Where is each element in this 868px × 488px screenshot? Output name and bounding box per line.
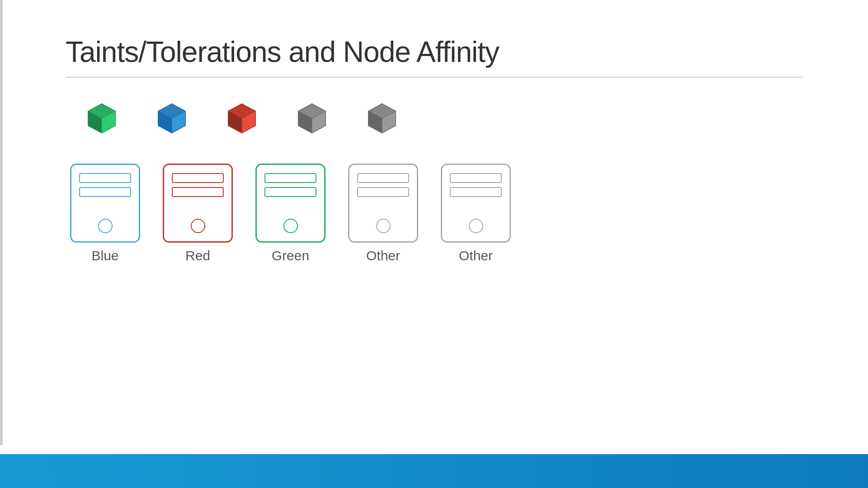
server-icon-green <box>255 164 326 243</box>
slide-title: Taints/Tolerations and Node Affinity <box>66 36 802 68</box>
bottom-bar <box>0 454 868 488</box>
node-label-green: Green <box>272 248 309 263</box>
node-label-other-1: Other <box>366 248 400 263</box>
green-cube-icon <box>84 100 120 136</box>
server-slot-2 <box>450 187 502 197</box>
node-blue: Blue <box>70 164 140 263</box>
node-label-red: Red <box>185 248 210 263</box>
node-label-other-2: Other <box>459 248 493 263</box>
server-circle <box>376 219 391 233</box>
server-slot-1 <box>357 173 409 183</box>
server-circle <box>469 219 483 233</box>
server-icon-blue <box>70 164 140 243</box>
nodes-row: Blue Red Green <box>0 136 868 263</box>
server-slot-2 <box>357 187 409 197</box>
server-slot-1 <box>172 173 224 183</box>
server-slot-2 <box>79 187 131 197</box>
server-slot-2 <box>264 187 316 197</box>
server-icon-gray-2 <box>441 164 511 243</box>
server-slot-2 <box>172 187 224 197</box>
node-other-1: Other <box>348 164 418 263</box>
server-slot-1 <box>79 173 131 183</box>
red-cube-icon <box>224 100 260 136</box>
node-green: Green <box>255 164 326 263</box>
server-icon-gray-1 <box>348 164 418 243</box>
node-label-blue: Blue <box>91 248 118 263</box>
server-circle <box>98 219 113 233</box>
node-red: Red <box>163 164 233 263</box>
server-slot-1 <box>450 173 502 183</box>
blue-cube-icon <box>154 100 190 136</box>
server-circle <box>191 219 205 233</box>
left-accent <box>0 0 3 445</box>
server-icon-red <box>163 164 233 243</box>
server-slot-1 <box>264 173 316 183</box>
gray-cube-2-icon <box>364 100 400 136</box>
gray-cube-1-icon <box>294 100 330 136</box>
cubes-row <box>0 78 868 136</box>
slide-container: Taints/Tolerations and Node Affinity <box>0 0 868 488</box>
server-circle <box>283 219 298 233</box>
title-section: Taints/Tolerations and Node Affinity <box>0 0 868 78</box>
node-other-2: Other <box>441 164 511 263</box>
